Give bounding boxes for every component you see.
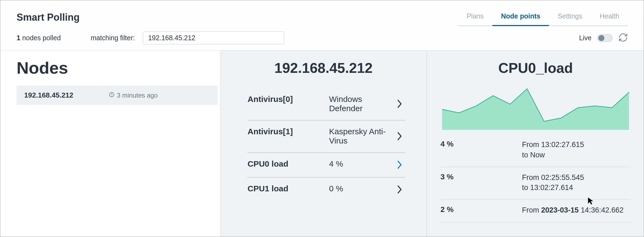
filter-input[interactable] (143, 32, 284, 44)
metric-name: CPU0 load (248, 159, 329, 169)
cursor-icon (587, 197, 594, 205)
nodes-panel: Nodes 192.168.45.212 3 minutes ago (0, 51, 220, 237)
history-range: From 13:02:27.615 to Now (522, 140, 631, 160)
node-age: 3 minutes ago (109, 92, 158, 99)
tab-node-points[interactable]: Node points (492, 8, 549, 26)
metric-row[interactable]: Antivirus[1] Kaspersky Anti-Virus (248, 120, 405, 153)
chevron-right-icon[interactable] (394, 98, 405, 109)
nodes-heading: Nodes (17, 58, 220, 77)
nodes-polled-number: 1 (17, 34, 20, 42)
metric-name: Antivirus[1] (248, 127, 329, 136)
tab-bar: Plans Node points Settings Health (458, 8, 628, 26)
history-row: 2 % From 2023-03-15 14:36:42.662 (440, 200, 631, 222)
nodes-polled-suffix: nodes polled (20, 34, 61, 42)
clock-icon (109, 92, 115, 99)
nodes-polled-count: 1 nodes polled (17, 34, 61, 42)
metric-value: 4 % (329, 159, 394, 169)
node-ip: 192.168.45.212 (24, 91, 73, 99)
toggle-knob (598, 35, 604, 41)
history-value: 2 % (440, 205, 522, 216)
history-value: 3 % (440, 173, 522, 193)
detail-ip: 192.168.45.212 (220, 60, 427, 88)
app-title: Smart Polling (17, 12, 80, 23)
live-toggle[interactable] (597, 34, 613, 42)
sparkline-chart (440, 84, 631, 130)
metric-row[interactable]: Antivirus[0] Windows Defender (248, 88, 405, 120)
history-row: 3 % From 02:25:55.545 to 13:02:27.614 (440, 167, 631, 200)
history-row: 4 % From 13:02:27.615 to Now (440, 134, 631, 167)
metric-value: Windows Defender (329, 95, 394, 113)
metric-value: Kaspersky Anti-Virus (329, 127, 394, 145)
chevron-right-icon[interactable] (394, 184, 405, 195)
chart-title: CPU0_load (440, 60, 631, 84)
node-row[interactable]: 192.168.45.212 3 minutes ago (17, 86, 218, 105)
history-range: From 02:25:55.545 to 13:02:27.614 (522, 173, 631, 193)
matching-filter-label: matching filter: (91, 34, 135, 42)
tab-plans[interactable]: Plans (458, 8, 492, 26)
metric-row[interactable]: CPU1 load 0 % (248, 177, 405, 202)
history-list: 4 % From 13:02:27.615 to Now 3 % From 02… (440, 134, 631, 222)
metric-name: Antivirus[0] (248, 95, 329, 104)
tab-health[interactable]: Health (591, 8, 628, 26)
chevron-right-icon[interactable] (394, 159, 405, 170)
metric-value: 0 % (329, 184, 394, 193)
metric-row[interactable]: CPU0 load 4 % (248, 153, 405, 177)
history-value: 4 % (440, 140, 522, 160)
refresh-icon[interactable] (618, 33, 628, 43)
metric-name: CPU1 load (248, 184, 329, 193)
history-range: From 2023-03-15 14:36:42.662 (522, 205, 631, 216)
header: Smart Polling Plans Node points Settings… (0, 0, 644, 50)
node-age-text: 3 minutes ago (117, 92, 158, 99)
chevron-right-icon[interactable] (394, 131, 405, 142)
chart-panel: CPU0_load 4 % From 13:02:27.615 to Now 3… (427, 51, 644, 237)
tab-settings[interactable]: Settings (549, 8, 591, 26)
detail-panel: 192.168.45.212 Antivirus[0] Windows Defe… (220, 51, 427, 237)
live-label: Live (579, 34, 592, 42)
